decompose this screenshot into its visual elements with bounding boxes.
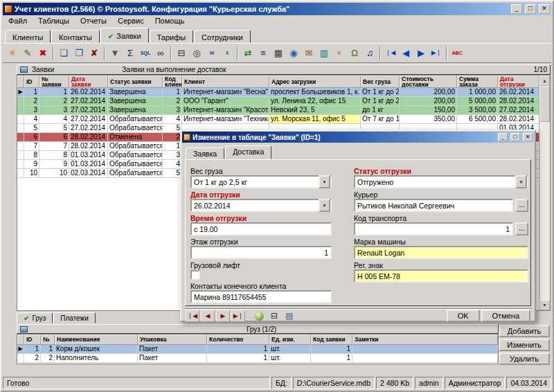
close-button[interactable]: ✕ [539, 4, 550, 14]
courier-input[interactable] [354, 199, 513, 212]
tree-view-button[interactable]: ≡ [256, 46, 271, 61]
menu-item-2[interactable]: Отчеты [75, 16, 112, 26]
maximize-button[interactable]: □ [525, 4, 536, 14]
scroll-thumb[interactable] [539, 86, 550, 122]
tab-сотрудники[interactable]: Сотрудники [194, 30, 251, 43]
nav-next-button[interactable]: ▶ [413, 46, 429, 61]
dialog-update-button[interactable] [252, 310, 266, 322]
column-header[interactable]: Наименование [55, 335, 138, 345]
vertical-scrollbar[interactable]: ▲ ▼ [539, 75, 550, 310]
table-row[interactable]: ▶1126.02.2014Завершена1Интернет-магазин … [17, 88, 539, 97]
table-row[interactable]: 2227.02.2014Завершена2ООО "Гарант"ул. Ле… [17, 97, 539, 106]
filter-button[interactable]: ▼ [107, 46, 123, 61]
add-record-button[interactable]: ✳ [5, 46, 20, 61]
column-header[interactable]: Код клиента [163, 75, 182, 88]
subtab-груз[interactable]: ✔Груз [17, 312, 53, 323]
column-header[interactable]: Упаковка [138, 335, 207, 345]
ok-button[interactable]: OK [447, 310, 480, 322]
freight-lift-checkbox[interactable] [190, 270, 200, 280]
spellcheck-button[interactable]: ABC [449, 46, 465, 61]
title-bar[interactable]: Учет клиентов (2.566) © Prostoysoft. Кон… [3, 3, 551, 15]
table-row[interactable]: 3327.02.2014Завершена3Интернет-магазин "… [17, 106, 539, 115]
key-button[interactable]: K [332, 46, 347, 61]
column-header[interactable]: Статус заявки [108, 75, 163, 88]
minimize-button[interactable]: _ [511, 4, 522, 14]
chart-button[interactable]: ▥ [316, 46, 332, 61]
column-header[interactable]: ID [24, 335, 41, 345]
column-header[interactable]: Клиент [182, 75, 269, 88]
ship-status-input[interactable] [354, 175, 528, 188]
column-header[interactable]: Сумма заказа [457, 75, 498, 88]
nav-last-button[interactable]: ▶❘ [429, 46, 444, 61]
table-row[interactable]: ▶11Корм д/кошекПакет1шт.1 [17, 345, 498, 354]
column-header[interactable]: № заявки [39, 75, 69, 88]
column-header[interactable]: Адрес загрузки [269, 75, 361, 88]
column-header[interactable]: Ед. изм. [269, 335, 311, 345]
column-header[interactable]: Заметки [352, 335, 498, 345]
preview-button[interactable]: ◎ [189, 46, 204, 61]
menu-item-0[interactable]: Файл [3, 16, 33, 26]
tab-тарифы[interactable]: Тарифы [150, 30, 194, 43]
mail-button[interactable]: ✉ [301, 46, 316, 61]
dialog-maximize-button[interactable]: □ [510, 133, 520, 141]
nav-prev-button[interactable]: ◀ [398, 46, 413, 61]
изменить-button[interactable]: Изменить [499, 339, 550, 351]
transport-code-input[interactable] [354, 222, 513, 235]
refresh-button[interactable]: ⇄ [240, 46, 256, 61]
scroll-up-icon[interactable]: ▲ [539, 75, 550, 86]
globe-button[interactable]: ◉ [286, 46, 301, 61]
добавить-button[interactable]: Добавить [499, 325, 550, 337]
dialog-tab-заявка[interactable]: Заявка [186, 148, 224, 159]
print-button[interactable]: ⊟ [174, 46, 189, 61]
plate-input[interactable] [354, 269, 528, 283]
end-client-contacts-input[interactable] [190, 290, 332, 303]
notes-button[interactable]: ♫ [362, 46, 377, 61]
clear-record-button[interactable]: ✘ [87, 46, 102, 61]
weight-dropdown-icon[interactable]: ▼ [319, 175, 330, 188]
cancel-button[interactable]: Отмена [481, 310, 530, 322]
column-header[interactable]: Количество [207, 335, 269, 345]
column-header[interactable]: № [41, 335, 55, 345]
weight-input[interactable] [190, 175, 332, 188]
subtab-платежи[interactable]: Платежи [53, 312, 96, 323]
dialog-nav-prev-button[interactable]: ◀ [201, 310, 215, 322]
dialog-print-button[interactable]: ⊟ [267, 310, 281, 322]
dialog-nav-next-button[interactable]: ▶ [216, 310, 230, 322]
tab-контакты[interactable]: Контакты [51, 30, 100, 43]
table-row[interactable]: 22НаполнительПакет1шт.1 [17, 354, 498, 363]
search-button[interactable]: ∞ [153, 46, 168, 61]
sql-button[interactable]: SQL [138, 46, 153, 61]
delete-record-button[interactable]: ✖ [35, 46, 51, 61]
удалить-button[interactable]: Удалить [499, 353, 550, 365]
menu-item-4[interactable]: Помощь [150, 16, 190, 26]
ship-date-dropdown-icon[interactable]: ▼ [319, 199, 330, 212]
dialog-tab-доставка[interactable]: Доставка [225, 145, 271, 159]
floor-input[interactable] [190, 246, 332, 259]
export-excel-button[interactable]: X [220, 46, 235, 61]
lock-button[interactable]: Ω [347, 46, 362, 61]
nav-first-button[interactable]: ❘◀ [383, 46, 398, 61]
edit-record-button[interactable]: ✎ [20, 46, 35, 61]
paste-record-button[interactable]: ❐ [71, 46, 87, 61]
column-header[interactable]: Код заявки [311, 335, 352, 345]
tab-клиенты[interactable]: Клиенты [5, 30, 51, 43]
tab-заявки[interactable]: ✔Заявки [100, 28, 149, 43]
dialog-close-button[interactable]: ✕ [523, 133, 533, 141]
copy-record-button[interactable]: ❏ [56, 46, 71, 61]
transport-picker-button[interactable]: ... [515, 222, 528, 235]
calculator-button[interactable]: ▦ [271, 46, 286, 61]
dialog-minimize-button[interactable]: _ [498, 133, 508, 141]
sum-button[interactable]: Σ [123, 46, 138, 61]
menu-item-3[interactable]: Сервис [112, 16, 150, 26]
column-header[interactable]: Стоимость доставки [400, 75, 457, 88]
car-model-input[interactable] [354, 246, 528, 259]
column-header[interactable]: ID [24, 75, 39, 88]
dialog-nav-first-button[interactable]: ❘◀ [186, 310, 199, 322]
column-header[interactable]: Дата заявки [69, 75, 108, 88]
scroll-down-icon[interactable]: ▼ [539, 300, 550, 310]
table-row[interactable]: 4427.02.2014Обрабатывается4Интернет-мага… [17, 115, 539, 124]
menu-item-1[interactable]: Таблицы [33, 16, 75, 26]
dialog-nav-last-button[interactable]: ▶❘ [231, 310, 245, 322]
ship-date-input[interactable] [190, 199, 332, 212]
column-header[interactable]: Дата отгрузки [498, 75, 539, 88]
